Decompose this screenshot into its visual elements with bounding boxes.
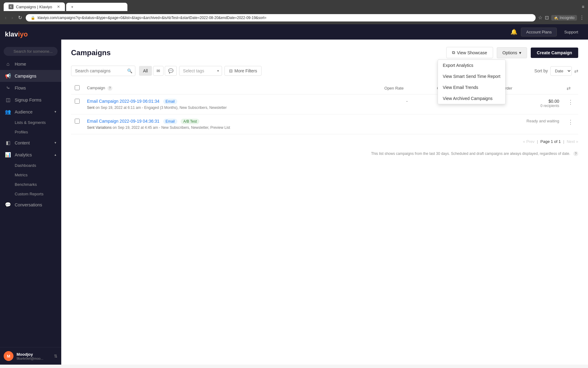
favicon-icon: K — [9, 4, 13, 9]
sidebar-search-input[interactable] — [4, 47, 58, 56]
row2-email-badge: Email — [163, 119, 177, 124]
bell-icon[interactable]: 🔔 — [511, 29, 517, 35]
row1-more-actions-icon[interactable]: ⋮ — [567, 98, 575, 106]
incognito-badge: 🕵 Incognito — [551, 15, 577, 21]
prev-page-button[interactable]: « Prev — [523, 139, 535, 144]
open-rate-header: Open Rate — [381, 82, 433, 94]
sidebar-item-label-profiles: Profiles — [15, 130, 28, 134]
create-campaign-button[interactable]: Create Campaign — [531, 48, 578, 58]
account-plans-button[interactable]: Account Plans — [521, 28, 557, 36]
row1-email-badge: Email — [163, 99, 177, 104]
row2-checkbox[interactable] — [75, 119, 80, 124]
back-button[interactable]: ‹ — [4, 14, 8, 22]
new-tab-button[interactable]: + — [66, 3, 127, 11]
next-page-button[interactable]: Next » — [567, 139, 578, 144]
filter-tab-sms[interactable]: 💬 — [165, 66, 177, 76]
sidebar-item-label-analytics: Analytics — [15, 152, 32, 157]
row1-sent-label: Sent — [87, 105, 95, 110]
sidebar-item-signup-forms[interactable]: ◫ Signup Forms — [0, 94, 61, 106]
menu-icon[interactable]: ⋮ — [579, 15, 584, 21]
support-button[interactable]: Support — [560, 28, 582, 36]
column-settings-icon[interactable]: ⇄ — [574, 68, 578, 74]
row2-open-rate — [381, 114, 433, 134]
row1-campaign-name[interactable]: Email Campaign 2022-09-19 06:01:34 — [87, 99, 160, 104]
filter-tabs: All ✉ 💬 — [139, 66, 177, 76]
sidebar-item-label-lists-segments: Lists & Segments — [15, 120, 46, 125]
sidebar-item-home[interactable]: ⌂ Home — [0, 58, 61, 70]
top-nav: 🔔 Account Plans Support — [61, 24, 588, 40]
page-header: Campaigns ⧉ View Showcase Options ▾ Expo — [71, 47, 578, 58]
more-filters-button[interactable]: ⊟ More Filters — [224, 66, 262, 76]
dropdown-item-archived[interactable]: View Archived Campaigns — [438, 93, 505, 104]
sidebar-item-metrics[interactable]: Metrics — [0, 170, 61, 180]
main-content: 🔔 Account Plans Support Campaigns ⧉ View… — [61, 24, 588, 365]
sidebar-item-custom-reports[interactable]: Custom Reports — [0, 189, 61, 199]
row1-checkbox[interactable] — [75, 99, 80, 104]
sidebar-item-label-benchmarks: Benchmarks — [15, 182, 37, 187]
sidebar-item-label-home: Home — [15, 62, 26, 67]
lock-icon: 🔒 — [31, 16, 35, 20]
col-settings-icon[interactable]: ⇄ — [567, 86, 571, 91]
reload-button[interactable]: ↻ — [17, 13, 23, 22]
filter-tab-all[interactable]: All — [139, 66, 152, 76]
search-campaigns-input[interactable] — [71, 66, 135, 76]
sidebar-item-campaigns[interactable]: 📢 Campaigns — [0, 70, 61, 82]
tab-close-icon[interactable]: ✕ — [57, 5, 60, 9]
tab-end-button[interactable]: ≡ — [582, 4, 584, 9]
page-title: Campaigns — [71, 48, 111, 57]
row2-actions-cell: ⋮ — [563, 114, 578, 134]
content-chevron-icon: ▾ — [55, 141, 56, 145]
bookmark-icon[interactable]: ☆ — [538, 15, 542, 21]
campaign-help-icon[interactable]: ? — [107, 86, 112, 91]
sidebar-item-label-audience: Audience — [15, 109, 32, 114]
sidebar-item-label-flows: Flows — [15, 86, 26, 90]
select-all-checkbox[interactable] — [75, 85, 80, 90]
sidebar-item-conversations[interactable]: 💬 Conversations — [0, 199, 61, 211]
row1-fulfilled-sub: 0 recipients — [487, 104, 559, 108]
row2-campaign-name[interactable]: Email Campaign 2022-09-19 04:36:31 — [87, 119, 160, 124]
sidebar-item-label-custom-reports: Custom Reports — [15, 192, 43, 196]
sort-select[interactable]: Date — [550, 66, 572, 76]
incognito-icon: 🕵 — [554, 16, 558, 20]
user-name: Moodjoy — [17, 352, 51, 357]
page-info: Page 1 of 1 — [541, 139, 561, 144]
dropdown-item-smart-send[interactable]: View Smart Send Time Report — [438, 71, 505, 82]
row2-ab-badge: A/B Test — [181, 119, 199, 124]
sidebar-item-audience[interactable]: 👥 Audience ▾ — [0, 106, 61, 118]
options-button[interactable]: Options ▾ — [497, 47, 527, 58]
forward-button[interactable]: › — [10, 14, 14, 22]
row2-sent-on: on Sep 19, 2022 at 4:45 am - — [113, 125, 161, 130]
user-info[interactable]: M Moodjoy 9ba4e9ef@moo... ⇅ — [4, 351, 58, 361]
sidebar-item-profiles[interactable]: Profiles — [0, 127, 61, 137]
sidebar-bottom: M Moodjoy 9ba4e9ef@moo... ⇅ — [0, 347, 61, 365]
row2-click-rate — [433, 114, 484, 134]
dropdown-item-export-analytics[interactable]: Export Analytics — [438, 60, 505, 71]
row2-more-actions-icon[interactable]: ⋮ — [567, 118, 575, 126]
options-chevron-icon: ▾ — [519, 50, 521, 55]
tags-select[interactable]: Select tags — [179, 66, 222, 76]
sidebar-item-flows[interactable]: ⤷ Flows — [0, 82, 61, 94]
profile-icon[interactable]: ⊡ — [545, 15, 549, 21]
view-showcase-button[interactable]: ⧉ View Showcase — [446, 47, 493, 58]
browser-tab[interactable]: K Campaigns | Klaviyo ✕ — [4, 2, 65, 11]
address-bar-row: ‹ › ↻ 🔒 klaviyo.com/campaigns?q=&status=… — [0, 11, 588, 24]
address-bar[interactable]: 🔒 klaviyo.com/campaigns?q=&status=&type=… — [26, 14, 536, 21]
row1-campaign-meta: Sent on Sep 19, 2022 at 6:11 am - Engage… — [87, 105, 377, 110]
filter-tab-email[interactable]: ✉ — [153, 66, 164, 76]
tab-title: Campaigns | Klaviyo — [16, 5, 52, 9]
list-note-text: This list shows campaigns from the last … — [371, 151, 570, 156]
signup-forms-icon: ◫ — [5, 97, 11, 103]
sidebar-item-benchmarks[interactable]: Benchmarks — [0, 180, 61, 189]
user-email: 9ba4e9ef@moo... — [17, 357, 51, 360]
sidebar-item-lists-segments[interactable]: Lists & Segments — [0, 118, 61, 127]
sidebar-item-dashboards[interactable]: Dashboards — [0, 161, 61, 170]
tags-select-wrap: Select tags — [179, 66, 222, 76]
avatar: M — [4, 351, 13, 361]
sidebar-item-label-campaigns: Campaigns — [15, 74, 36, 79]
home-icon: ⌂ — [5, 61, 11, 67]
list-note-help-icon[interactable]: ? — [573, 151, 578, 156]
sidebar-item-analytics[interactable]: 📊 Analytics ▴ — [0, 149, 61, 161]
audience-icon: 👥 — [5, 109, 11, 115]
sidebar-item-content[interactable]: ◧ Content ▾ — [0, 137, 61, 149]
dropdown-item-email-trends[interactable]: View Email Trends — [438, 82, 505, 93]
